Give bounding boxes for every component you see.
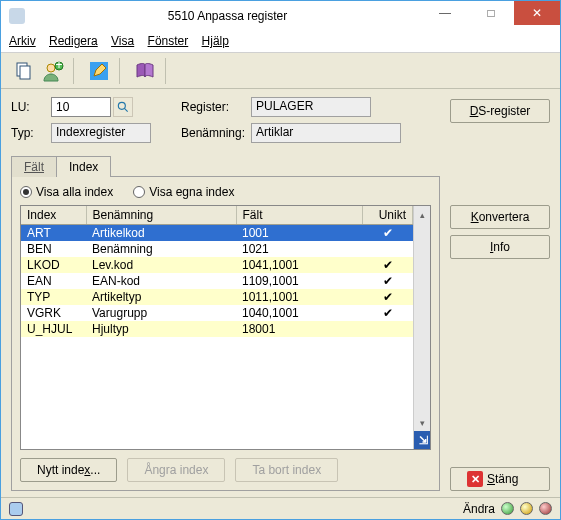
angra-index-button: Ångra index	[127, 458, 225, 482]
benamning-label: Benämning:	[181, 126, 251, 140]
typ-label: Typ:	[11, 126, 51, 140]
tab-index[interactable]: Index	[56, 156, 111, 177]
tab-falt[interactable]: Fält	[11, 156, 57, 177]
app-window: 5510 Anpassa register — □ ✕ Arkiv Redige…	[0, 0, 561, 520]
info-button[interactable]: Info	[450, 235, 550, 259]
minimize-button[interactable]: —	[422, 1, 468, 25]
toolbar-user-add-icon[interactable]: +	[39, 57, 67, 85]
konvertera-button[interactable]: Konvertera	[450, 205, 550, 229]
menubar: Arkiv Redigera Visa Fönster Hjälp	[1, 31, 560, 53]
toolbar-edit-icon[interactable]	[85, 57, 113, 85]
col-index[interactable]: Index	[21, 206, 86, 225]
register-value: PULAGER	[251, 97, 371, 117]
menu-visa[interactable]: Visa	[111, 34, 134, 48]
svg-text:+: +	[55, 59, 62, 72]
tabort-index-button: Ta bort index	[235, 458, 338, 482]
menu-fonster[interactable]: Fönster	[148, 34, 189, 48]
radio-visa-egna[interactable]: Visa egna index	[133, 185, 234, 199]
lock-icon	[9, 502, 23, 516]
table-row[interactable]: TYPArtikeltyp1011,1001✔	[21, 289, 413, 305]
grid-corner-icon[interactable]: ⇲	[414, 431, 431, 449]
led-green-icon	[501, 502, 514, 515]
table-row[interactable]: EANEAN-kod1109,1001✔	[21, 273, 413, 289]
close-window-button[interactable]: ✕	[514, 1, 560, 25]
col-falt[interactable]: Fält	[236, 206, 363, 225]
radio-dot-filled-icon	[20, 186, 32, 198]
maximize-button[interactable]: □	[468, 1, 514, 25]
stang-button[interactable]: ✕Stäng	[450, 467, 550, 491]
svg-rect-1	[20, 66, 30, 79]
toolbar: +	[1, 53, 560, 89]
led-yellow-icon	[520, 502, 533, 515]
col-unikt[interactable]: Unikt	[363, 206, 413, 225]
titlebar[interactable]: 5510 Anpassa register — □ ✕	[1, 1, 560, 31]
radio-visa-alla[interactable]: Visa alla index	[20, 185, 113, 199]
table-row[interactable]: ARTArtikelkod1001✔	[21, 225, 413, 242]
table-row[interactable]: BENBenämning1021	[21, 241, 413, 257]
register-label: Register:	[181, 100, 251, 114]
menu-arkiv[interactable]: Arkiv	[9, 34, 36, 48]
nytt-index-button[interactable]: Nytt index...	[20, 458, 117, 482]
lu-input[interactable]	[51, 97, 111, 117]
index-grid[interactable]: Index Benämning Fält Unikt ARTArtikelkod…	[20, 205, 431, 450]
scroll-down-icon[interactable]: ▾	[414, 414, 430, 431]
tabstrip: Fält Index	[11, 155, 440, 176]
ds-register-button[interactable]: DS-register	[450, 99, 550, 123]
typ-value: Indexregister	[51, 123, 151, 143]
benamning-value: Artiklar	[251, 123, 401, 143]
tab-panel-index: Visa alla index Visa egna index Index Be…	[11, 176, 440, 491]
statusbar: Ändra	[1, 497, 560, 519]
window-title: 5510 Anpassa register	[33, 9, 422, 23]
table-row[interactable]: U_HJULHjultyp18001	[21, 321, 413, 337]
grid-scrollbar[interactable]: ▴ ▾ ⇲	[413, 206, 430, 449]
menu-hjalp[interactable]: Hjälp	[202, 34, 229, 48]
close-icon: ✕	[467, 471, 483, 487]
lu-label: LU:	[11, 100, 51, 114]
status-mode: Ändra	[463, 502, 495, 516]
menu-redigera[interactable]: Redigera	[49, 34, 98, 48]
svg-line-7	[124, 108, 128, 112]
led-red-icon	[539, 502, 552, 515]
col-benamning[interactable]: Benämning	[86, 206, 236, 225]
app-icon	[9, 8, 25, 24]
scroll-up-icon[interactable]: ▴	[414, 206, 430, 223]
lu-search-icon[interactable]	[113, 97, 133, 117]
toolbar-copy-icon[interactable]	[9, 57, 37, 85]
radio-dot-empty-icon	[133, 186, 145, 198]
svg-point-2	[47, 64, 55, 72]
table-row[interactable]: LKODLev.kod1041,1001✔	[21, 257, 413, 273]
table-row[interactable]: VGRKVarugrupp1040,1001✔	[21, 305, 413, 321]
toolbar-book-icon[interactable]	[131, 57, 159, 85]
